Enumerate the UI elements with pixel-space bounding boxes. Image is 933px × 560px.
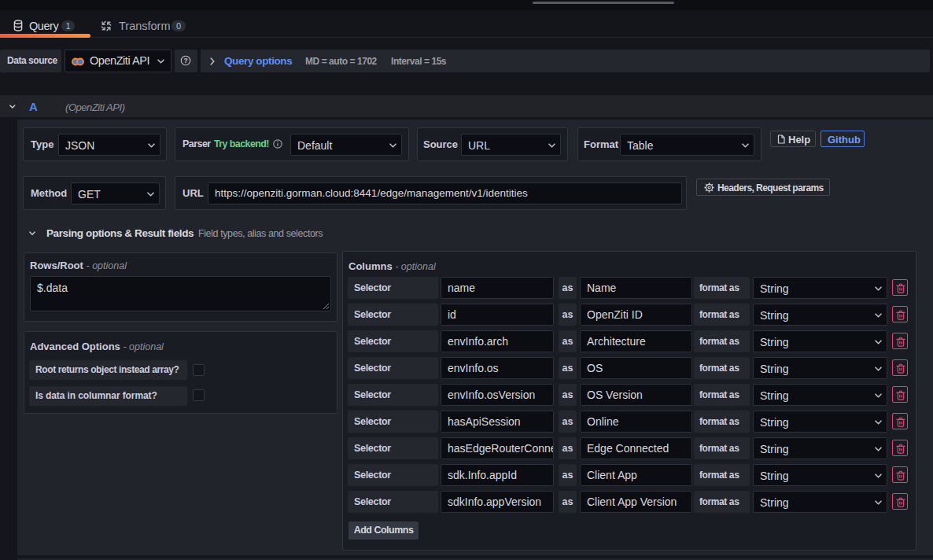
- svg-text:?: ?: [183, 57, 187, 64]
